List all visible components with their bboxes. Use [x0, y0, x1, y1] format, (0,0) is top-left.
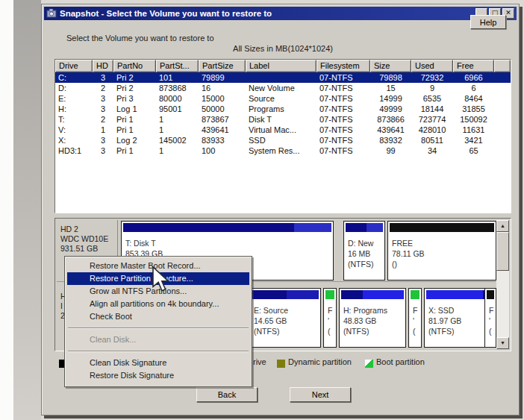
window-title: Snapshot - Select the Volume you want to…	[60, 9, 474, 18]
partition-info: H: Programs48.83 GB(NTFS)	[340, 301, 405, 336]
legend-label-partial: rive	[253, 357, 266, 366]
table-cell: 18144	[411, 104, 453, 114]
table-cell: 07-NTFS	[316, 114, 370, 125]
table-cell: 07-NTFS	[316, 83, 370, 93]
mouse-cursor	[152, 266, 171, 294]
table-cell: 100	[199, 145, 246, 156]
partition-info: F'(	[409, 301, 421, 336]
table-row[interactable]: HD3:13Pri 11100System Res...07-NTFS99346…	[55, 145, 511, 156]
partition-usage-bar	[252, 290, 319, 299]
table-cell: Pri 1	[113, 114, 156, 125]
table-cell: H:	[55, 104, 93, 114]
table-cell	[246, 72, 316, 83]
menu-item[interactable]: Check Boot	[65, 310, 252, 323]
menu-separator	[65, 346, 252, 357]
partition-info: F'(	[485, 301, 496, 336]
table-cell: 07-NTFS	[316, 104, 370, 114]
partition-usage-bar	[325, 290, 334, 299]
table-row[interactable]: T:2Pri 11873867Disk T07-NTFS873866723774…	[55, 114, 511, 125]
table-body: C:3Pri 21017989907-NTFS79898729326966D:2…	[55, 72, 511, 156]
partition-panel[interactable]: F'(	[484, 288, 496, 348]
table-cell: 15	[370, 83, 411, 93]
table-cell: 15000	[199, 93, 246, 104]
partition-usage-bar	[341, 290, 404, 299]
column-header[interactable]: Used	[411, 60, 453, 72]
help-button[interactable]: Help	[470, 15, 506, 29]
column-header[interactable]: Label	[246, 60, 316, 72]
partition-panel[interactable]: F'(	[323, 288, 337, 348]
legend-label: Dynamic partition	[288, 357, 352, 366]
scroll-down-icon[interactable]: ▼	[496, 337, 509, 349]
table-cell: C:	[55, 72, 93, 83]
table-cell: 6535	[411, 93, 453, 104]
menu-item[interactable]: Restore Disk Signature	[65, 369, 252, 382]
menu-item[interactable]: Align all partitions on 4k boundary...	[65, 298, 252, 310]
table-cell: 723774	[411, 114, 453, 125]
table-cell: 6	[453, 83, 494, 93]
partition-panel[interactable]: FREE78.11 GB()	[387, 221, 496, 280]
menu-item: Clean Disk...	[65, 333, 252, 346]
scrollbar-thumb[interactable]	[496, 232, 509, 271]
table-row[interactable]: H:3Log 19500150000Programs07-NTFS4999918…	[55, 104, 511, 114]
table-cell: E:	[55, 93, 93, 104]
partition-usage-bar	[390, 223, 494, 232]
disk-map-scrollbar[interactable]: ▲ ▼	[496, 220, 509, 349]
table-cell: T:	[55, 114, 93, 125]
column-header[interactable]: Filesystem	[316, 60, 370, 72]
table-cell: 07-NTFS	[316, 135, 370, 145]
partition-panel[interactable]: D: New16 MB(NTFS)	[343, 221, 385, 280]
scroll-up-icon[interactable]: ▲	[496, 220, 509, 232]
column-header[interactable]: Free	[453, 60, 494, 72]
table-cell: SSD	[246, 135, 316, 145]
table-cell: 79899	[199, 72, 246, 83]
partition-info: FREE78.11 GB()	[388, 233, 496, 269]
app-window: Snapshot - Select the Volume you want to…	[41, 4, 520, 416]
column-header[interactable]: Size	[370, 60, 411, 72]
table-cell: 873867	[199, 114, 246, 125]
partition-info: E: Source14.65 GB(NTFS)	[250, 301, 320, 336]
table-cell: Log 1	[113, 104, 156, 114]
instruction-text: Select the Volume you want to restore to	[66, 34, 214, 43]
table-cell: 3	[93, 145, 113, 156]
table-cell: 72932	[411, 72, 453, 83]
table-row[interactable]: D:2Pri 287386816New Volume07-NTFS1596	[55, 83, 511, 93]
table-cell: 145002	[156, 135, 199, 145]
column-header[interactable]: PartSize	[199, 60, 246, 72]
partition-panel[interactable]: X: SSD81.97 GB(NTFS)	[424, 288, 491, 348]
table-cell: 83932	[370, 135, 411, 145]
column-header[interactable]: Drive	[55, 60, 93, 72]
partition-usage-bar	[123, 223, 331, 232]
partition-panel[interactable]: H: Programs48.83 GB(NTFS)	[339, 288, 406, 348]
table-cell: System Res...	[246, 145, 316, 156]
column-header[interactable]: HD	[93, 60, 113, 72]
table-cell: Log 2	[113, 135, 156, 145]
table-cell: 8464	[453, 93, 494, 104]
table-cell: 83933	[199, 135, 246, 145]
table-cell: 150092	[453, 114, 494, 125]
table-cell: V:	[55, 125, 93, 135]
table-cell: Pri 3	[113, 93, 156, 104]
menu-item[interactable]: Clean Disk Signature	[65, 357, 252, 369]
table-cell: 31855	[453, 104, 494, 114]
column-header[interactable]: PartSt...	[156, 60, 199, 72]
column-header[interactable]: PartNo	[113, 60, 156, 72]
partition-panel[interactable]: E: Source14.65 GB(NTFS)	[249, 288, 321, 348]
table-cell: 49999	[370, 104, 411, 114]
table-cell: 3	[93, 93, 113, 104]
screen-left-margin	[0, 0, 13, 420]
table-cell: D:	[55, 83, 93, 93]
partition-panel[interactable]: F'(	[408, 288, 422, 348]
next-button[interactable]: Next	[290, 387, 351, 402]
partition-info: D: New16 MB(NTFS)	[344, 233, 384, 269]
titlebar[interactable]: Snapshot - Select the Volume you want to…	[44, 7, 517, 20]
app-icon	[46, 8, 57, 19]
table-row[interactable]: X:3Log 214500283933SSD07-NTFS83932805113…	[55, 135, 511, 145]
table-cell: 1	[93, 125, 113, 135]
table-cell: X:	[55, 135, 93, 145]
table-row[interactable]: V:1Pri 11439641Virtual Mac...07-NTFS4396…	[55, 125, 511, 135]
back-button[interactable]: Back	[196, 387, 258, 402]
table-cell: 16	[199, 83, 246, 93]
table-cell: Pri 1	[113, 125, 156, 135]
table-row[interactable]: E:3Pri 38000015000Source07-NTFS149996535…	[55, 93, 511, 104]
table-row[interactable]: C:3Pri 21017989907-NTFS79898729326966	[55, 72, 511, 83]
